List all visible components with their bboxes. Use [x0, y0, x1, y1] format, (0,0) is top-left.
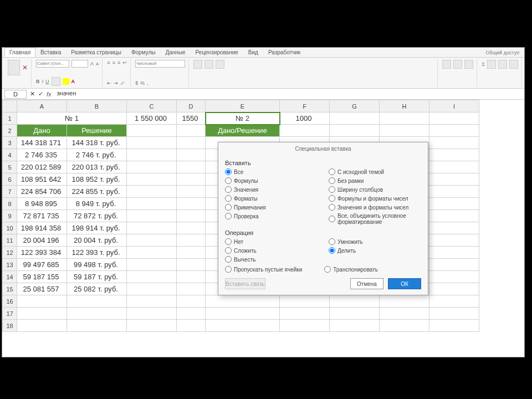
cell[interactable]: 99 498 т. руб. [67, 259, 127, 271]
cell[interactable] [17, 320, 67, 332]
cell[interactable] [429, 186, 479, 198]
conditional-format-icon[interactable] [193, 60, 202, 69]
cell[interactable] [127, 259, 177, 271]
cell[interactable] [429, 137, 479, 149]
cell[interactable]: 122 393 т. руб. [67, 247, 127, 259]
cell[interactable] [206, 295, 280, 308]
align-right-icon[interactable]: ≡ [117, 60, 120, 65]
cell[interactable]: 198 914 358 [17, 222, 67, 234]
col-header-G[interactable]: G [330, 100, 380, 112]
radio-option[interactable]: Примечания [225, 204, 318, 211]
tab-formulas[interactable]: Формулы [126, 48, 161, 57]
font-size-select[interactable] [71, 60, 88, 68]
row-header[interactable]: 4 [3, 149, 17, 161]
row-header[interactable]: 1 [3, 112, 17, 125]
cut-icon[interactable]: ✕ [22, 64, 28, 71]
cell[interactable]: 108 952 т. руб. [67, 173, 127, 186]
cell[interactable]: 20 004 т. руб. [67, 234, 127, 247]
cell[interactable] [429, 112, 479, 125]
row-header[interactable]: 9 [3, 210, 17, 222]
cell[interactable] [177, 125, 206, 137]
radio-input[interactable] [329, 216, 335, 222]
cell[interactable] [429, 198, 479, 210]
cell[interactable]: 2 746 335 [17, 149, 67, 161]
cell[interactable] [177, 173, 206, 186]
col-header-E[interactable]: E [206, 100, 280, 112]
cell[interactable]: 59 187 т. руб. [67, 271, 127, 283]
insert-cell-icon[interactable] [442, 60, 451, 69]
col-header-I[interactable]: I [429, 100, 479, 112]
cell[interactable] [280, 125, 330, 137]
cell[interactable] [127, 222, 177, 234]
cell[interactable] [127, 320, 177, 332]
cell[interactable]: 1550 [177, 112, 206, 125]
borders-icon[interactable] [52, 77, 60, 86]
merge-icon[interactable]: ⤢ [120, 80, 125, 86]
fx-icon[interactable]: fx [47, 91, 52, 98]
cell[interactable] [177, 234, 206, 247]
cell[interactable] [177, 308, 206, 320]
row-header[interactable]: 17 [3, 308, 17, 320]
select-all-corner[interactable] [3, 100, 17, 112]
cell[interactable] [330, 308, 380, 320]
cell[interactable] [429, 320, 479, 332]
cell[interactable]: 144 318 т. руб. [67, 137, 127, 149]
radio-option[interactable]: Значения [225, 186, 318, 193]
italic-icon[interactable]: I [42, 79, 44, 84]
cell[interactable] [280, 295, 330, 308]
radio-input[interactable] [329, 238, 335, 245]
radio-input[interactable] [225, 213, 232, 219]
radio-option[interactable]: Ширину столбцов [329, 186, 421, 193]
indent-decrease-icon[interactable]: ⇤ [107, 80, 111, 86]
col-header-D[interactable]: D [177, 100, 206, 112]
cell[interactable] [127, 125, 177, 137]
radio-option[interactable]: С исходной темой [329, 168, 421, 175]
decrease-font-icon[interactable]: A [96, 62, 99, 66]
cell[interactable]: 20 004 196 [17, 234, 67, 247]
radio-input[interactable] [329, 177, 335, 184]
col-header-B[interactable]: B [67, 100, 127, 112]
radio-option[interactable]: Умножить [329, 238, 421, 245]
cell[interactable]: 8 949 т. руб. [67, 198, 127, 210]
paste-icon[interactable] [8, 60, 20, 75]
cell[interactable]: 72 871 735 [17, 210, 67, 222]
row-header[interactable]: 13 [3, 259, 17, 271]
align-center-icon[interactable]: ≡ [112, 60, 115, 65]
radio-input[interactable] [225, 247, 232, 254]
radio-input[interactable] [329, 247, 335, 254]
find-icon[interactable] [509, 60, 518, 69]
cell[interactable]: 144 318 171 [17, 137, 67, 149]
cell[interactable] [380, 320, 429, 332]
cell[interactable] [429, 283, 479, 295]
cell[interactable] [429, 125, 479, 137]
row-header[interactable]: 7 [3, 186, 17, 198]
cell[interactable] [429, 222, 479, 234]
cell-selected[interactable]: № 2 [206, 112, 280, 125]
cell[interactable] [280, 308, 330, 320]
cell[interactable] [127, 234, 177, 247]
cell[interactable]: 108 951 642 [17, 173, 67, 186]
row-header[interactable]: 11 [3, 234, 17, 247]
radio-option[interactable]: Формулы [225, 177, 318, 184]
underline-icon[interactable]: U [45, 79, 49, 84]
col-header-F[interactable]: F [280, 100, 330, 112]
cell-header-reshenie[interactable]: Решение [67, 125, 127, 137]
cell-header-dano[interactable]: Дано [17, 125, 67, 137]
cell[interactable] [280, 320, 330, 332]
cell[interactable] [330, 112, 380, 125]
cell[interactable] [177, 149, 206, 161]
formula-input[interactable]: значен [55, 90, 522, 99]
cell[interactable]: 198 914 т. руб. [67, 222, 127, 234]
cell[interactable] [177, 271, 206, 283]
col-header-C[interactable]: C [127, 100, 177, 112]
row-header[interactable]: 12 [3, 247, 17, 259]
cell[interactable] [429, 149, 479, 161]
cell[interactable] [429, 259, 479, 271]
cell[interactable] [67, 308, 127, 320]
radio-input[interactable] [225, 238, 232, 245]
cell[interactable] [67, 320, 127, 332]
cell[interactable] [380, 308, 429, 320]
cell[interactable] [17, 295, 67, 308]
cell[interactable] [17, 308, 67, 320]
insert-link-button[interactable]: Вставить связь [225, 278, 265, 289]
